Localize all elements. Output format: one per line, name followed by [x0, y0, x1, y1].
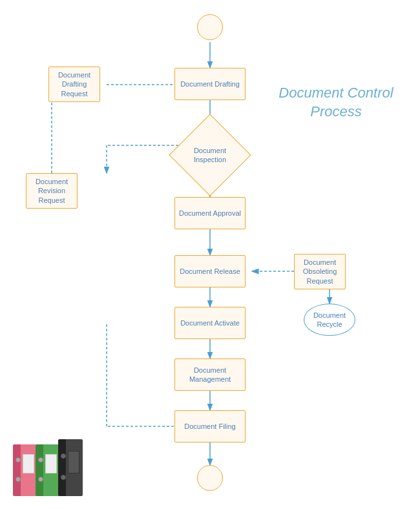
diagram-title: Document Control Process	[278, 84, 394, 121]
doc-management-label: Document Management	[175, 366, 245, 384]
doc-approval-label: Document Approval	[179, 209, 241, 218]
doc-filing-label: Document Filing	[184, 422, 235, 431]
binders-illustration	[13, 439, 78, 496]
doc-activate-label: Document Activate	[180, 318, 240, 327]
doc-inspection-diamond: Document Inspection	[181, 126, 239, 184]
doc-obsoleting-request-box: Document Obsoleting Request	[294, 254, 346, 289]
doc-drafting-request-label: Document Drafting Request	[49, 70, 100, 98]
doc-filing-box: Document Filing	[174, 410, 246, 442]
doc-activate-box: Document Activate	[174, 307, 246, 339]
doc-revision-request-label: Document Revision Request	[26, 177, 77, 205]
diagram-container: Document Drafting Document Drafting Requ…	[0, 0, 420, 509]
doc-drafting-box: Document Drafting	[174, 68, 246, 100]
doc-approval-box: Document Approval	[174, 197, 246, 229]
doc-release-label: Document Release	[180, 267, 240, 276]
doc-inspection-label: Document Inspection	[181, 146, 239, 165]
binder-green	[36, 444, 60, 496]
doc-revision-request-box: Document Revision Request	[26, 173, 78, 209]
doc-obsoleting-request-label: Document Obsoleting Request	[295, 258, 345, 286]
doc-release-box: Document Release	[174, 255, 246, 287]
doc-recycle-ellipse: Document Recycle	[304, 304, 355, 336]
doc-drafting-label: Document Drafting	[180, 79, 240, 88]
binder-black	[58, 439, 83, 496]
doc-drafting-request-box: Document Drafting Request	[48, 67, 100, 102]
end-circle	[197, 465, 223, 491]
doc-management-box: Document Management	[174, 358, 246, 391]
start-circle	[197, 14, 223, 40]
doc-recycle-label: Document Recycle	[304, 311, 355, 329]
binder-pink	[13, 444, 37, 496]
